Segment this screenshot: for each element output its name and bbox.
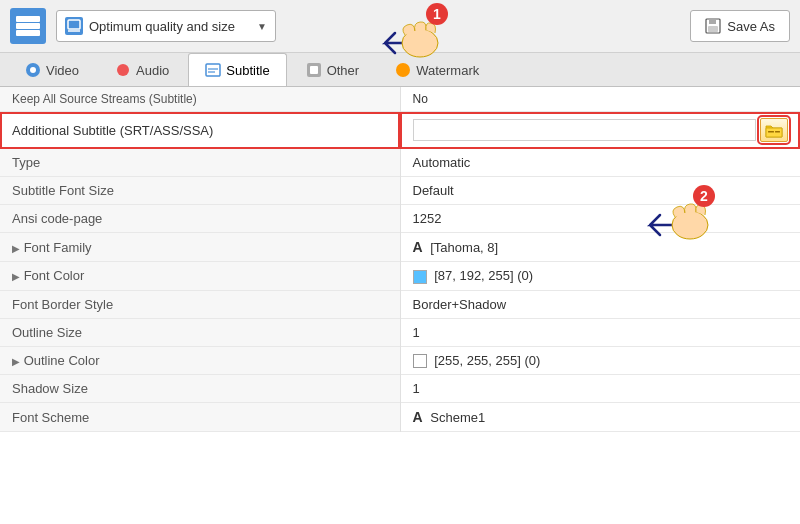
outline-color-value: [255, 255, 255] (0) xyxy=(400,346,800,375)
svg-rect-18 xyxy=(768,131,774,133)
other-icon xyxy=(306,62,322,78)
profile-selector[interactable]: Optimum quality and size ▼ xyxy=(56,10,276,42)
outline-size-label: Outline Size xyxy=(0,318,400,346)
font-color-swatch xyxy=(413,270,427,284)
font-scheme-row: Font Scheme A Scheme1 xyxy=(0,403,800,432)
border-style-value: Border+Shadow xyxy=(400,290,800,318)
watermark-icon xyxy=(395,62,411,78)
border-style-row: Font Border Style Border+Shadow xyxy=(0,290,800,318)
ansi-label: Ansi code-page xyxy=(0,205,400,233)
app-icon xyxy=(10,8,46,44)
outline-color-label: ▶ Outline Color xyxy=(0,346,400,375)
ansi-row: Ansi code-page 1252 xyxy=(0,205,800,233)
folder-browse-button[interactable] xyxy=(760,118,788,142)
outline-color-row: ▶ Outline Color [255, 255, 255] (0) xyxy=(0,346,800,375)
section-header-value: No xyxy=(400,87,800,112)
outline-color-swatch xyxy=(413,354,427,368)
outline-size-value: 1 xyxy=(400,318,800,346)
shadow-size-row: Shadow Size 1 xyxy=(0,375,800,403)
content-area: Keep All Source Streams (Subtitle) No Ad… xyxy=(0,87,800,524)
save-as-label: Save As xyxy=(727,19,775,34)
font-color-value: [87, 192, 255] (0) xyxy=(400,262,800,291)
font-scheme-value: A Scheme1 xyxy=(400,403,800,432)
additional-subtitle-input[interactable] xyxy=(413,119,757,141)
tab-audio[interactable]: Audio xyxy=(98,53,186,86)
font-scheme-label: Font Scheme xyxy=(0,403,400,432)
dropdown-arrow-icon: ▼ xyxy=(257,21,267,32)
video-icon xyxy=(25,62,41,78)
folder-icon xyxy=(765,122,783,138)
scheme-font-icon: A xyxy=(413,409,423,425)
tab-subtitle-label: Subtitle xyxy=(226,63,269,78)
audio-icon xyxy=(115,62,131,78)
font-family-row: ▶ Font Family A [Tahoma, 8] xyxy=(0,233,800,262)
tab-other[interactable]: Other xyxy=(289,53,377,86)
shadow-size-value: 1 xyxy=(400,375,800,403)
subtitle-icon xyxy=(205,62,221,78)
tab-video-label: Video xyxy=(46,63,79,78)
svg-rect-1 xyxy=(16,23,40,29)
svg-rect-15 xyxy=(310,66,318,74)
font-icon: A xyxy=(413,239,423,255)
font-color-label: ▶ Font Color xyxy=(0,262,400,291)
svg-point-16 xyxy=(396,63,410,77)
type-label: Type xyxy=(0,149,400,177)
save-icon xyxy=(705,18,721,34)
border-style-label: Font Border Style xyxy=(0,290,400,318)
toolbar: Optimum quality and size ▼ Save As xyxy=(0,0,800,53)
tab-audio-label: Audio xyxy=(136,63,169,78)
type-value: Automatic xyxy=(400,149,800,177)
tab-other-label: Other xyxy=(327,63,360,78)
svg-rect-6 xyxy=(709,19,716,24)
section-header-row: Keep All Source Streams (Subtitle) No xyxy=(0,87,800,112)
svg-rect-17 xyxy=(766,128,782,137)
profile-name: Optimum quality and size xyxy=(89,19,251,34)
tabs-bar: Video Audio Subtitle xyxy=(0,53,800,87)
tab-subtitle[interactable]: Subtitle xyxy=(188,53,286,86)
ansi-value: 1252 xyxy=(400,205,800,233)
tab-watermark[interactable]: Watermark xyxy=(378,53,496,86)
svg-rect-10 xyxy=(117,64,129,76)
font-size-row: Subtitle Font Size Default xyxy=(0,177,800,205)
tab-video[interactable]: Video xyxy=(8,53,96,86)
expand-color-arrow-icon[interactable]: ▶ xyxy=(12,271,20,282)
profile-icon xyxy=(65,17,83,35)
expand-arrow-icon[interactable]: ▶ xyxy=(12,243,20,254)
settings-table: Keep All Source Streams (Subtitle) No Ad… xyxy=(0,87,800,432)
svg-rect-19 xyxy=(775,131,780,133)
save-as-button[interactable]: Save As xyxy=(690,10,790,42)
font-family-label: ▶ Font Family xyxy=(0,233,400,262)
svg-rect-11 xyxy=(206,64,220,76)
shadow-size-label: Shadow Size xyxy=(0,375,400,403)
additional-subtitle-row: Additional Subtitle (SRT/ASS/SSA) xyxy=(0,112,800,149)
font-size-label: Subtitle Font Size xyxy=(0,177,400,205)
outline-size-row: Outline Size 1 xyxy=(0,318,800,346)
svg-rect-2 xyxy=(16,30,40,36)
svg-rect-0 xyxy=(16,16,40,22)
additional-subtitle-value-cell xyxy=(400,112,800,149)
tab-watermark-label: Watermark xyxy=(416,63,479,78)
svg-rect-3 xyxy=(68,20,80,29)
expand-outline-arrow-icon[interactable]: ▶ xyxy=(12,356,20,367)
svg-point-9 xyxy=(30,67,36,73)
svg-rect-7 xyxy=(708,26,718,32)
section-header-label: Keep All Source Streams (Subtitle) xyxy=(0,87,400,112)
font-family-value: A [Tahoma, 8] xyxy=(400,233,800,262)
type-row: Type Automatic xyxy=(0,149,800,177)
font-size-value: Default xyxy=(400,177,800,205)
additional-subtitle-label: Additional Subtitle (SRT/ASS/SSA) xyxy=(0,112,400,149)
font-color-row: ▶ Font Color [87, 192, 255] (0) xyxy=(0,262,800,291)
